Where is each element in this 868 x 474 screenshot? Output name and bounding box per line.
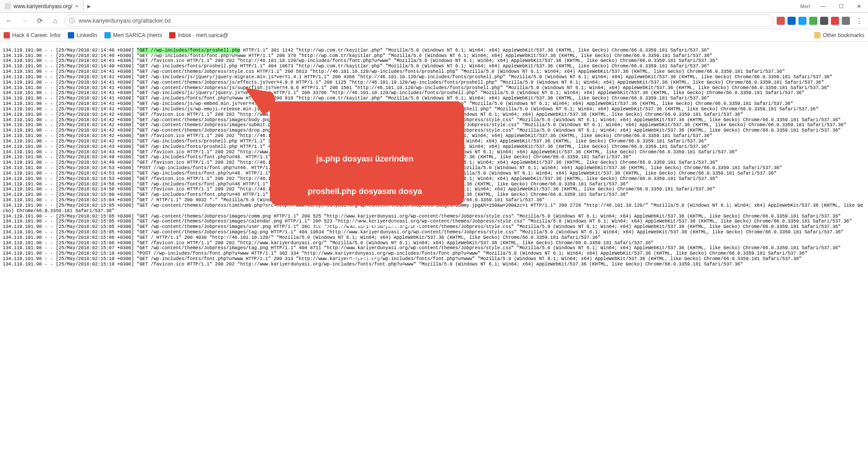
new-tab-button[interactable]: ▸ bbox=[84, 0, 94, 12]
menu-button[interactable]: ⋮ bbox=[853, 14, 865, 27]
bookmark-label: LinkedIn bbox=[76, 32, 97, 38]
gmail-icon bbox=[169, 32, 175, 38]
back-button[interactable]: ← bbox=[3, 14, 15, 27]
other-bookmarks-label: Other bookmarks bbox=[823, 32, 864, 38]
tab-title: www.kariyerdunyasi.org/ bbox=[14, 3, 72, 9]
minimize-button[interactable]: — bbox=[814, 0, 832, 12]
extension-icon[interactable] bbox=[809, 17, 817, 25]
home-button[interactable]: ⌂ bbox=[49, 14, 61, 27]
reload-button[interactable]: ⟳ bbox=[33, 14, 46, 27]
extension-icon[interactable] bbox=[831, 17, 839, 25]
folder-icon bbox=[814, 32, 821, 38]
maximize-button[interactable]: ☐ bbox=[832, 0, 850, 12]
bookmarks-bar: Hack 4 Career. Infor LinkedIn Mert SARIC… bbox=[0, 29, 868, 42]
browser-tab[interactable]: www.kariyerdunyasi.org/ × bbox=[0, 0, 84, 12]
browser-titlebar: www.kariyerdunyasi.org/ × ▸ Mert — ☐ ✕ bbox=[0, 0, 868, 13]
linkedin-icon bbox=[68, 32, 74, 38]
bookmark-item[interactable]: Inbox - mert.sarica@ bbox=[169, 32, 228, 38]
page-favicon bbox=[5, 3, 11, 9]
extension-icons bbox=[777, 17, 850, 25]
close-window-button[interactable]: ✕ bbox=[850, 0, 868, 12]
bookmark-label: Mert SARICA (merts bbox=[113, 32, 162, 38]
url-text: www.kariyerdunyasi.org/attacker.txt bbox=[79, 17, 171, 24]
bookmark-item[interactable]: Hack 4 Career. Infor bbox=[4, 32, 61, 38]
forward-button[interactable]: → bbox=[18, 14, 31, 27]
bookmark-item[interactable]: Mert SARICA (merts bbox=[104, 32, 162, 38]
browser-toolbar: ← → ⟳ ⌂ ⓘ www.kariyerdunyasi.org/attacke… bbox=[0, 13, 868, 29]
bookmark-favicon bbox=[4, 32, 10, 38]
extension-icon[interactable] bbox=[842, 17, 850, 25]
window-controls: — ☐ ✕ bbox=[814, 0, 868, 12]
extension-icon[interactable] bbox=[788, 17, 796, 25]
log-text: 134.119.191.98 - - [25/May/2018:02:14:40… bbox=[3, 48, 865, 267]
bookmark-label: Hack 4 Career. Infor bbox=[12, 32, 61, 38]
profile-indicator[interactable]: Mert bbox=[800, 4, 814, 9]
address-bar[interactable]: ⓘ www.kariyerdunyasi.org/attacker.txt bbox=[64, 14, 774, 27]
extension-icon[interactable] bbox=[820, 17, 828, 25]
bookmark-item[interactable]: LinkedIn bbox=[68, 32, 97, 38]
page-content[interactable]: 134.119.191.98 - - [25/May/2018:02:14:40… bbox=[0, 42, 868, 474]
close-tab-icon[interactable]: × bbox=[75, 3, 79, 9]
bookmark-label: Inbox - mert.sarica@ bbox=[178, 32, 228, 38]
other-bookmarks-button[interactable]: Other bookmarks bbox=[814, 32, 864, 38]
extension-icon[interactable] bbox=[777, 17, 785, 25]
site-info-icon[interactable]: ⓘ bbox=[69, 17, 75, 25]
twitter-icon bbox=[104, 32, 111, 38]
extension-icon[interactable] bbox=[798, 17, 807, 25]
